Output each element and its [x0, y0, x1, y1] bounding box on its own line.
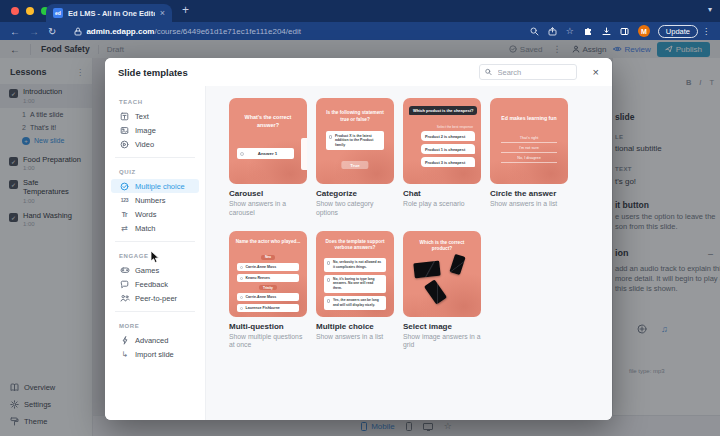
close-window-button[interactable]: [11, 7, 19, 15]
minimize-window-button[interactable]: [26, 7, 34, 15]
browser-tab[interactable]: ed Ed LMS - All In One Editor ×: [46, 4, 172, 22]
lightning-icon: [119, 336, 130, 345]
checkbox-icon: [329, 135, 333, 139]
template-card-multiple-choice[interactable]: Does the template support verbose answer…: [316, 231, 394, 351]
preview-options: No, verbosity is not allowed as it compl…: [324, 258, 386, 310]
section-label-teach: TEACH: [105, 94, 205, 109]
nav-item-text[interactable]: Text: [111, 109, 199, 123]
template-card-circle-the-answer[interactable]: Ed makes learning fun That's right I'm n…: [490, 98, 568, 218]
template-description: Show answers in a list: [490, 200, 568, 209]
nav-item-feedback[interactable]: Feedback: [111, 277, 199, 291]
preview-question: Is the following statement true or false…: [322, 110, 388, 124]
tab-close-icon[interactable]: ×: [160, 9, 165, 18]
url-path: /course/6449e61d1e71ec1fe111e204/edit: [154, 27, 301, 36]
nav-item-words[interactable]: Tr Words: [111, 207, 199, 221]
template-description: Show answers in a list: [316, 333, 394, 342]
nav-item-advanced[interactable]: Advanced: [111, 333, 199, 347]
preview-chat-replies: Product 2 is cheapest Product 1 is cheap…: [421, 131, 475, 167]
radio-icon: [240, 152, 244, 156]
image-icon: [119, 126, 130, 135]
template-description: Show image answers in a grid: [403, 333, 481, 351]
browser-update-button[interactable]: Update: [658, 25, 698, 38]
preview-product-image: [449, 253, 465, 274]
side-panel-icon[interactable]: [620, 27, 629, 36]
browser-forward-button[interactable]: →: [29, 26, 39, 37]
template-card-categorize[interactable]: Is the following statement true or false…: [316, 98, 394, 218]
preview-product-image: [413, 260, 440, 278]
mouse-cursor: [150, 250, 160, 268]
search-icon[interactable]: [530, 27, 539, 36]
template-card-multi-question[interactable]: Name the actor who played... Neo Carrie-…: [229, 231, 307, 351]
url-domain: admin.edapp.com: [86, 27, 154, 36]
preview-question: What's the correct answer?: [235, 114, 301, 129]
video-play-icon: [119, 140, 130, 149]
nav-item-import-slide[interactable]: ↳ Import slide: [111, 347, 199, 361]
share-icon[interactable]: [548, 27, 557, 36]
template-preview: Ed makes learning fun That's right I'm n…: [490, 98, 568, 184]
template-search-box[interactable]: [479, 64, 577, 80]
template-description: Show answers in a carousel: [229, 200, 307, 218]
browser-back-button[interactable]: ←: [10, 26, 20, 37]
template-card-chat[interactable]: Which product is the cheapest? Select th…: [403, 98, 481, 218]
browser-window: ed Ed LMS - All In One Editor × + ▾ ← → …: [0, 0, 720, 436]
template-preview: Is the following statement true or false…: [316, 98, 394, 184]
template-name: Carousel: [229, 189, 307, 198]
template-name: Select image: [403, 322, 481, 331]
preview-statement-box: Product X is the latest addition to the …: [326, 131, 384, 150]
template-card-select-image[interactable]: Which is the correct product? Select ima…: [403, 231, 481, 351]
window-controls[interactable]: [11, 7, 49, 15]
template-description: Show multiple questions at once: [229, 333, 307, 351]
download-icon[interactable]: [602, 27, 611, 36]
template-preview: Does the template support verbose answer…: [316, 231, 394, 317]
numbers-icon: 123: [119, 197, 130, 203]
app-area: ← Food Safety Draft Saved ⋮ Assign Revie…: [0, 40, 720, 436]
speech-bubble-icon: [119, 280, 130, 289]
template-card-carousel[interactable]: What's the correct answer? Answer 1 Caro…: [229, 98, 307, 218]
people-icon: [119, 294, 130, 302]
modal-close-icon[interactable]: ×: [593, 67, 599, 78]
preview-question: Does the template support verbose answer…: [322, 239, 388, 252]
browser-tab-strip: ed Ed LMS - All In One Editor × + ▾: [0, 0, 720, 22]
browser-url-bar: ← → ↻ admin.edapp.com/course/6449e61d1e7…: [0, 22, 720, 40]
nav-item-video[interactable]: Video: [111, 137, 199, 151]
nav-item-image[interactable]: Image: [111, 123, 199, 137]
template-name: Circle the answer: [490, 189, 568, 198]
template-grid: What's the correct answer? Answer 1 Caro…: [205, 86, 612, 420]
template-name: Chat: [403, 189, 481, 198]
new-tab-button[interactable]: +: [182, 3, 189, 17]
template-preview: Which product is the cheapest? Select th…: [403, 98, 481, 184]
nav-item-numbers[interactable]: 123 Numbers: [111, 193, 199, 207]
template-search-input[interactable]: [496, 67, 571, 78]
modal-title: Slide templates: [118, 67, 188, 78]
url-text[interactable]: admin.edapp.com/course/6449e61d1e71ec1fe…: [86, 27, 301, 36]
preview-options: That's right I'm not sure No, I disagree: [501, 133, 557, 163]
text-icon: [119, 112, 130, 121]
preview-question: Ed makes learning fun: [496, 115, 562, 121]
check-circle-icon: [119, 182, 130, 191]
bookmark-star-icon[interactable]: ☆: [566, 26, 574, 36]
preview-answer-pill: Answer 1: [237, 148, 294, 159]
preview-true-button: True: [341, 161, 368, 169]
template-name: Categorize: [316, 189, 394, 198]
extensions-puzzle-icon[interactable]: [583, 26, 593, 36]
browser-reload-button[interactable]: ↻: [48, 26, 56, 37]
lock-icon: [74, 27, 82, 36]
template-preview: Name the actor who played... Neo Carrie-…: [229, 231, 307, 317]
browser-menu-icon[interactable]: ⋮: [702, 27, 710, 36]
tab-favicon-icon: ed: [53, 8, 63, 18]
template-preview: Which is the correct product?: [403, 231, 481, 317]
browser-profile-avatar[interactable]: M: [638, 25, 650, 37]
preview-chat-caption: Select the best response: [437, 125, 473, 129]
section-label-more: MORE: [105, 318, 205, 333]
preview-next-card: [301, 138, 307, 170]
slide-templates-modal: Slide templates × TEACH Text: [105, 58, 612, 420]
template-description: Role play a scenario: [403, 200, 481, 209]
import-arrow-icon: ↳: [119, 350, 130, 359]
nav-item-match[interactable]: ⇄ Match: [111, 221, 199, 235]
chevron-down-icon[interactable]: ▾: [708, 5, 712, 14]
template-name: Multi-question: [229, 322, 307, 331]
nav-item-peer-to-peer[interactable]: Peer-to-peer: [111, 291, 199, 305]
modal-header: Slide templates ×: [105, 58, 612, 86]
gamepad-icon: [119, 266, 130, 274]
nav-item-multiple-choice[interactable]: Multiple choice: [111, 179, 199, 193]
